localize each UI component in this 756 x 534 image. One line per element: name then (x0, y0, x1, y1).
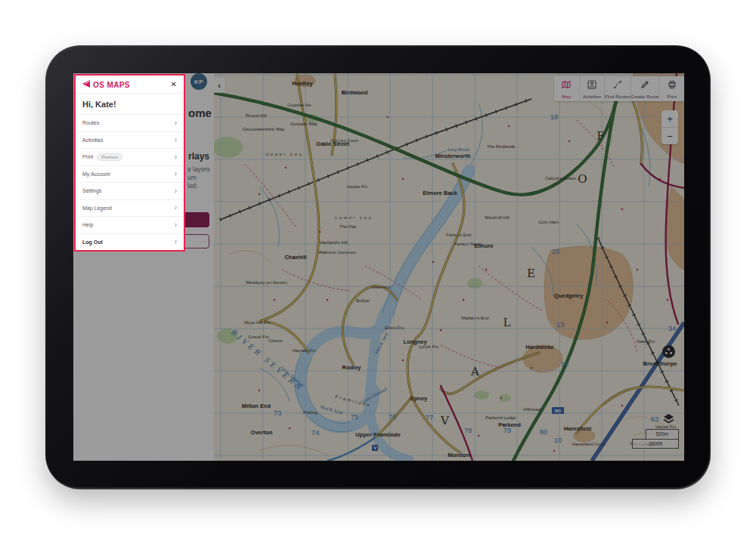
chevron-right-icon: › (175, 204, 177, 211)
tablet-frame: ome rlays e layers um led, KP (45, 45, 711, 489)
menu-item-label: Log Out (82, 239, 103, 245)
chevron-right-icon: › (175, 170, 177, 177)
menu-item-label: Settings (82, 188, 101, 193)
menu-item-label: Routes (82, 120, 99, 125)
menu-item-map-legend[interactable]: Map Legend › (76, 199, 184, 217)
greeting: Hi, Kate! (76, 94, 184, 114)
menu-item-label: Help (82, 222, 93, 227)
chevron-right-icon: › (175, 136, 177, 144)
menu-item-label: Print (82, 154, 93, 159)
chevron-right-icon: › (175, 119, 177, 127)
menu-header: OS MAPS ✕ (76, 76, 184, 93)
menu-item-label: Activities (82, 137, 104, 143)
chevron-right-icon: › (175, 238, 177, 245)
chevron-right-icon: › (175, 187, 177, 195)
os-maps-logo: OS MAPS (82, 80, 130, 89)
chevron-right-icon: › (175, 153, 177, 161)
page: ome rlays e layers um led, KP (0, 0, 756, 534)
chevron-right-icon: › (175, 221, 177, 229)
brand-name: OS MAPS (93, 81, 130, 89)
close-icon: ✕ (171, 80, 177, 88)
menu-item-routes[interactable]: Routes › (76, 114, 184, 131)
menu-item-log-out[interactable]: Log Out › (76, 233, 184, 251)
os-logo-icon (82, 80, 90, 89)
app-screen: ome rlays e layers um led, KP (73, 73, 684, 461)
premium-badge: Premium (97, 153, 122, 161)
close-button[interactable]: ✕ (171, 81, 177, 88)
menu-item-help[interactable]: Help › (76, 216, 184, 233)
main-menu: OS MAPS ✕ Hi, Kate! Routes › Activities … (74, 74, 185, 252)
menu-item-my-account[interactable]: My Account › (76, 165, 184, 183)
menu-item-activities[interactable]: Activities › (76, 131, 184, 149)
menu-item-settings[interactable]: Settings › (76, 182, 184, 199)
menu-item-label: Map Legend (82, 205, 112, 211)
menu-item-print[interactable]: Print Premium › (76, 148, 184, 165)
menu-item-label: My Account (82, 171, 110, 177)
